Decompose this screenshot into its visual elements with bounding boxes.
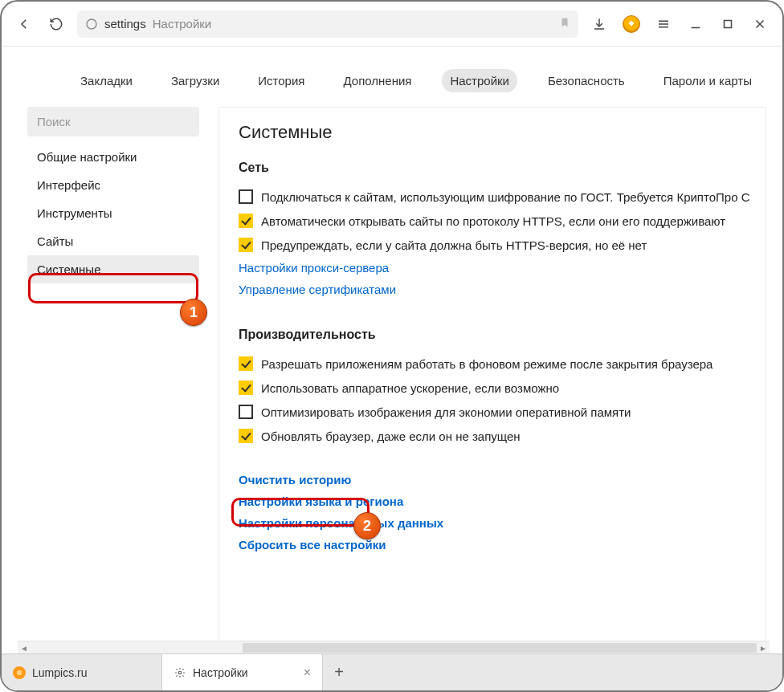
section-network-title: Сеть [239, 161, 766, 175]
section-perf-title: Производительность [239, 328, 766, 342]
check-background[interactable]: Разрешать приложениям работать в фоновом… [239, 352, 766, 376]
search-input[interactable]: Поиск [27, 107, 199, 136]
gear-icon [174, 666, 186, 679]
profile-icon[interactable] [620, 13, 643, 35]
nav-bookmarks[interactable]: Закладки [72, 69, 141, 92]
checkbox-icon[interactable] [239, 381, 253, 395]
link-reset[interactable]: Сбросить все настройки [239, 534, 766, 556]
check-label: Оптимизировать изображения для экономии … [261, 405, 631, 419]
scroll-thumb[interactable] [243, 643, 757, 653]
tab-close-icon[interactable]: × [304, 666, 311, 680]
new-tab-button[interactable]: + [323, 654, 355, 690]
page-title: Системные [239, 122, 766, 143]
checkbox-icon[interactable] [239, 405, 253, 419]
checkbox-icon[interactable] [239, 214, 253, 228]
nav-history[interactable]: История [250, 69, 312, 92]
browser-toolbar: settings Настройки [2, 2, 782, 47]
nav-settings[interactable]: Настройки [442, 69, 517, 92]
check-hwaccel[interactable]: Использовать аппаратное ускорение, если … [239, 376, 766, 400]
tab-strip: Lumpics.ru Настройки × + [2, 653, 782, 690]
content: Системные Сеть Подключаться к сайтам, ис… [218, 107, 766, 649]
reload-icon[interactable] [45, 13, 67, 35]
svg-point-0 [87, 19, 96, 29]
check-https-warn[interactable]: Предупреждать, если у сайта должна быть … [239, 233, 766, 257]
svg-rect-1 [725, 20, 732, 27]
sidebar: Поиск Общие настройки Интерфейс Инструме… [27, 107, 199, 649]
horizontal-scrollbar[interactable]: ◄ ► [18, 641, 770, 653]
scroll-left-icon[interactable]: ◄ [18, 641, 31, 654]
tab-label: Lumpics.ru [32, 666, 87, 679]
scroll-right-icon[interactable]: ► [757, 641, 770, 654]
url-main: settings [104, 17, 146, 31]
url-sub: Настройки [153, 17, 212, 31]
sidebar-item-general[interactable]: Общие настройки [27, 143, 199, 171]
window-close-icon[interactable] [749, 13, 771, 35]
sidebar-list: Общие настройки Интерфейс Инструменты Са… [27, 143, 199, 283]
tab-lumpics[interactable]: Lumpics.ru [2, 654, 162, 690]
check-label: Предупреждать, если у сайта должна быть … [261, 238, 647, 252]
check-https-auto[interactable]: Автоматически открывать сайты по протоко… [239, 209, 766, 233]
checkbox-icon[interactable] [239, 238, 253, 252]
favicon-icon [13, 666, 26, 679]
bookmark-icon[interactable] [559, 16, 570, 31]
check-label: Обновлять браузер, даже если он не запущ… [261, 429, 521, 443]
window-minimize-icon[interactable] [684, 13, 707, 35]
nav-addons[interactable]: Дополнения [335, 69, 419, 92]
settings-nav: Закладки Загрузки История Дополнения Нас… [2, 47, 782, 107]
link-proxy[interactable]: Настройки прокси-сервера [239, 257, 766, 279]
check-label: Автоматически открывать сайты по протоко… [261, 214, 725, 228]
check-label: Использовать аппаратное ускорение, если … [261, 381, 559, 395]
nav-security[interactable]: Безопасность [540, 69, 633, 92]
tab-label: Настройки [193, 666, 248, 679]
callout-badge-2: 2 [353, 512, 381, 539]
downloads-icon[interactable] [588, 13, 610, 35]
main-area: Поиск Общие настройки Интерфейс Инструме… [2, 107, 782, 649]
link-personal-data[interactable]: Настройки персональных данных [239, 512, 766, 534]
check-update[interactable]: Обновлять браузер, даже если он не запущ… [239, 424, 766, 448]
checkbox-icon[interactable] [239, 356, 253, 371]
check-label: Подключаться к сайтам, использующим шифр… [261, 190, 750, 204]
site-icon [85, 18, 98, 31]
link-language[interactable]: Настройки языка и региона [239, 491, 766, 512]
checkbox-icon[interactable] [239, 189, 253, 204]
callout-badge-1: 1 [180, 299, 207, 326]
sidebar-item-tools[interactable]: Инструменты [27, 199, 199, 227]
link-certs[interactable]: Управление сертификатами [239, 279, 766, 300]
link-clear-history[interactable]: Очистить историю [239, 469, 766, 491]
sidebar-item-sites[interactable]: Сайты [27, 227, 199, 255]
browser-window: settings Настройки Закладки Загрузки Ист… [0, 0, 784, 692]
check-gost[interactable]: Подключаться к сайтам, использующим шифр… [239, 185, 766, 209]
nav-passwords[interactable]: Пароли и карты [655, 69, 760, 92]
svg-point-2 [178, 671, 182, 674]
sidebar-item-system[interactable]: Системные [27, 255, 199, 283]
checkbox-icon[interactable] [239, 429, 253, 443]
menu-icon[interactable] [652, 13, 675, 35]
window-maximize-icon[interactable] [717, 13, 739, 35]
back-icon[interactable] [13, 13, 35, 35]
sidebar-item-interface[interactable]: Интерфейс [27, 171, 199, 199]
tab-settings[interactable]: Настройки × [162, 654, 323, 690]
check-optimize-img[interactable]: Оптимизировать изображения для экономии … [239, 400, 766, 424]
check-label: Разрешать приложениям работать в фоновом… [261, 357, 713, 371]
nav-downloads[interactable]: Загрузки [163, 69, 227, 92]
address-bar[interactable]: settings Настройки [77, 10, 578, 38]
